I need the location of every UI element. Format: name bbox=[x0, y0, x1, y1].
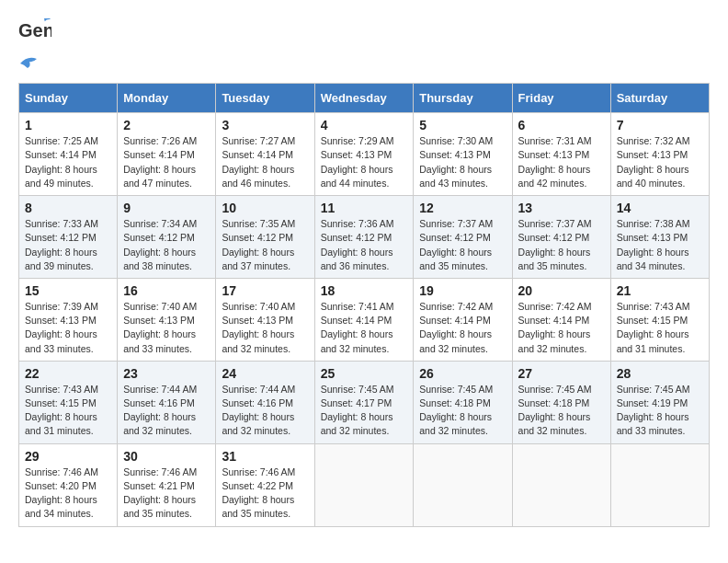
column-header-saturday: Saturday bbox=[610, 84, 709, 113]
day-number: 29 bbox=[25, 449, 111, 464]
day-number: 27 bbox=[518, 366, 605, 381]
day-info: Sunrise: 7:44 AMSunset: 4:16 PMDaylight:… bbox=[123, 383, 210, 439]
day-cell-17: 17Sunrise: 7:40 AMSunset: 4:13 PMDayligh… bbox=[216, 278, 314, 361]
day-cell-21: 21Sunrise: 7:43 AMSunset: 4:15 PMDayligh… bbox=[610, 278, 709, 361]
day-number: 26 bbox=[419, 366, 506, 381]
day-number: 31 bbox=[222, 449, 308, 464]
column-header-wednesday: Wednesday bbox=[314, 84, 414, 113]
day-cell-22: 22Sunrise: 7:43 AMSunset: 4:15 PMDayligh… bbox=[19, 361, 118, 443]
logo: General bbox=[18, 18, 51, 74]
empty-cell bbox=[512, 443, 610, 526]
day-info: Sunrise: 7:46 AMSunset: 4:20 PMDaylight:… bbox=[25, 465, 111, 522]
day-info: Sunrise: 7:35 AMSunset: 4:12 PMDaylight:… bbox=[222, 217, 308, 273]
day-info: Sunrise: 7:27 AMSunset: 4:14 PMDaylight:… bbox=[222, 134, 308, 190]
column-header-sunday: Sunday bbox=[19, 84, 118, 113]
day-number: 10 bbox=[222, 201, 308, 215]
day-info: Sunrise: 7:31 AMSunset: 4:13 PMDaylight:… bbox=[518, 134, 605, 190]
day-number: 28 bbox=[617, 366, 703, 381]
day-cell-10: 10Sunrise: 7:35 AMSunset: 4:12 PMDayligh… bbox=[216, 196, 314, 279]
day-cell-2: 2Sunrise: 7:26 AMSunset: 4:14 PMDaylight… bbox=[118, 113, 216, 196]
day-info: Sunrise: 7:33 AMSunset: 4:12 PMDaylight:… bbox=[25, 217, 111, 273]
day-number: 16 bbox=[123, 283, 210, 298]
logo-bird-icon bbox=[20, 55, 40, 72]
svg-text:General: General bbox=[18, 20, 51, 40]
day-cell-3: 3Sunrise: 7:27 AMSunset: 4:14 PMDaylight… bbox=[216, 113, 314, 196]
day-info: Sunrise: 7:36 AMSunset: 4:12 PMDaylight:… bbox=[321, 217, 408, 273]
day-number: 12 bbox=[419, 201, 506, 215]
day-cell-15: 15Sunrise: 7:39 AMSunset: 4:13 PMDayligh… bbox=[19, 278, 118, 361]
day-info: Sunrise: 7:45 AMSunset: 4:17 PMDaylight:… bbox=[321, 383, 408, 439]
day-cell-25: 25Sunrise: 7:45 AMSunset: 4:17 PMDayligh… bbox=[314, 361, 414, 443]
day-number: 14 bbox=[617, 201, 703, 215]
day-number: 22 bbox=[25, 366, 111, 381]
week-row-5: 29Sunrise: 7:46 AMSunset: 4:20 PMDayligh… bbox=[19, 443, 710, 526]
column-header-tuesday: Tuesday bbox=[216, 84, 314, 113]
day-cell-26: 26Sunrise: 7:45 AMSunset: 4:18 PMDayligh… bbox=[414, 361, 512, 443]
day-number: 15 bbox=[25, 283, 111, 298]
day-info: Sunrise: 7:39 AMSunset: 4:13 PMDaylight:… bbox=[25, 300, 111, 356]
day-number: 6 bbox=[518, 118, 605, 132]
day-info: Sunrise: 7:38 AMSunset: 4:13 PMDaylight:… bbox=[617, 217, 703, 273]
day-info: Sunrise: 7:25 AMSunset: 4:14 PMDaylight:… bbox=[25, 134, 111, 190]
day-info: Sunrise: 7:34 AMSunset: 4:12 PMDaylight:… bbox=[123, 217, 210, 273]
day-cell-30: 30Sunrise: 7:46 AMSunset: 4:21 PMDayligh… bbox=[118, 443, 216, 526]
day-info: Sunrise: 7:44 AMSunset: 4:16 PMDaylight:… bbox=[222, 383, 308, 439]
day-info: Sunrise: 7:30 AMSunset: 4:13 PMDaylight:… bbox=[419, 134, 506, 190]
calendar-table: SundayMondayTuesdayWednesdayThursdayFrid… bbox=[18, 83, 710, 526]
day-info: Sunrise: 7:46 AMSunset: 4:22 PMDaylight:… bbox=[222, 465, 308, 522]
day-cell-7: 7Sunrise: 7:32 AMSunset: 4:13 PMDaylight… bbox=[610, 113, 709, 196]
day-cell-20: 20Sunrise: 7:42 AMSunset: 4:14 PMDayligh… bbox=[512, 278, 610, 361]
day-cell-28: 28Sunrise: 7:45 AMSunset: 4:19 PMDayligh… bbox=[610, 361, 709, 443]
column-header-thursday: Thursday bbox=[414, 84, 512, 113]
day-cell-13: 13Sunrise: 7:37 AMSunset: 4:12 PMDayligh… bbox=[512, 196, 610, 279]
empty-cell bbox=[610, 443, 709, 526]
day-info: Sunrise: 7:40 AMSunset: 4:13 PMDaylight:… bbox=[222, 300, 308, 356]
day-info: Sunrise: 7:41 AMSunset: 4:14 PMDaylight:… bbox=[321, 300, 408, 356]
column-header-monday: Monday bbox=[118, 84, 216, 113]
day-cell-1: 1Sunrise: 7:25 AMSunset: 4:14 PMDaylight… bbox=[19, 113, 118, 196]
day-info: Sunrise: 7:29 AMSunset: 4:13 PMDaylight:… bbox=[321, 134, 408, 190]
day-cell-29: 29Sunrise: 7:46 AMSunset: 4:20 PMDayligh… bbox=[19, 443, 118, 526]
day-number: 5 bbox=[419, 118, 506, 132]
column-header-friday: Friday bbox=[512, 84, 610, 113]
day-info: Sunrise: 7:37 AMSunset: 4:12 PMDaylight:… bbox=[518, 217, 605, 273]
day-number: 13 bbox=[518, 201, 605, 215]
day-info: Sunrise: 7:45 AMSunset: 4:18 PMDaylight:… bbox=[419, 383, 506, 439]
day-number: 24 bbox=[222, 366, 308, 381]
day-cell-31: 31Sunrise: 7:46 AMSunset: 4:22 PMDayligh… bbox=[216, 443, 314, 526]
day-number: 11 bbox=[321, 201, 408, 215]
day-info: Sunrise: 7:32 AMSunset: 4:13 PMDaylight:… bbox=[617, 134, 703, 190]
day-number: 21 bbox=[617, 283, 703, 298]
day-info: Sunrise: 7:45 AMSunset: 4:19 PMDaylight:… bbox=[617, 383, 703, 439]
day-info: Sunrise: 7:42 AMSunset: 4:14 PMDaylight:… bbox=[518, 300, 605, 356]
week-row-1: 1Sunrise: 7:25 AMSunset: 4:14 PMDaylight… bbox=[19, 113, 710, 196]
day-cell-9: 9Sunrise: 7:34 AMSunset: 4:12 PMDaylight… bbox=[118, 196, 216, 279]
day-info: Sunrise: 7:40 AMSunset: 4:13 PMDaylight:… bbox=[123, 300, 210, 356]
page-header: General bbox=[18, 18, 710, 74]
calendar-header-row: SundayMondayTuesdayWednesdayThursdayFrid… bbox=[19, 84, 710, 113]
day-cell-5: 5Sunrise: 7:30 AMSunset: 4:13 PMDaylight… bbox=[414, 113, 512, 196]
week-row-4: 22Sunrise: 7:43 AMSunset: 4:15 PMDayligh… bbox=[19, 361, 710, 443]
day-number: 19 bbox=[419, 283, 506, 298]
day-info: Sunrise: 7:43 AMSunset: 4:15 PMDaylight:… bbox=[617, 300, 703, 356]
week-row-3: 15Sunrise: 7:39 AMSunset: 4:13 PMDayligh… bbox=[19, 278, 710, 361]
day-info: Sunrise: 7:37 AMSunset: 4:12 PMDaylight:… bbox=[419, 217, 506, 273]
day-cell-23: 23Sunrise: 7:44 AMSunset: 4:16 PMDayligh… bbox=[118, 361, 216, 443]
day-number: 4 bbox=[321, 118, 408, 132]
day-cell-18: 18Sunrise: 7:41 AMSunset: 4:14 PMDayligh… bbox=[314, 278, 414, 361]
day-cell-24: 24Sunrise: 7:44 AMSunset: 4:16 PMDayligh… bbox=[216, 361, 314, 443]
day-info: Sunrise: 7:43 AMSunset: 4:15 PMDaylight:… bbox=[25, 383, 111, 439]
day-number: 25 bbox=[321, 366, 408, 381]
day-number: 1 bbox=[25, 118, 111, 132]
day-number: 7 bbox=[617, 118, 703, 132]
day-number: 8 bbox=[25, 201, 111, 215]
day-cell-16: 16Sunrise: 7:40 AMSunset: 4:13 PMDayligh… bbox=[118, 278, 216, 361]
day-number: 18 bbox=[321, 283, 408, 298]
day-cell-12: 12Sunrise: 7:37 AMSunset: 4:12 PMDayligh… bbox=[414, 196, 512, 279]
day-cell-6: 6Sunrise: 7:31 AMSunset: 4:13 PMDaylight… bbox=[512, 113, 610, 196]
empty-cell bbox=[314, 443, 414, 526]
day-cell-4: 4Sunrise: 7:29 AMSunset: 4:13 PMDaylight… bbox=[314, 113, 414, 196]
day-cell-27: 27Sunrise: 7:45 AMSunset: 4:18 PMDayligh… bbox=[512, 361, 610, 443]
day-info: Sunrise: 7:26 AMSunset: 4:14 PMDaylight:… bbox=[123, 134, 210, 190]
day-number: 20 bbox=[518, 283, 605, 298]
